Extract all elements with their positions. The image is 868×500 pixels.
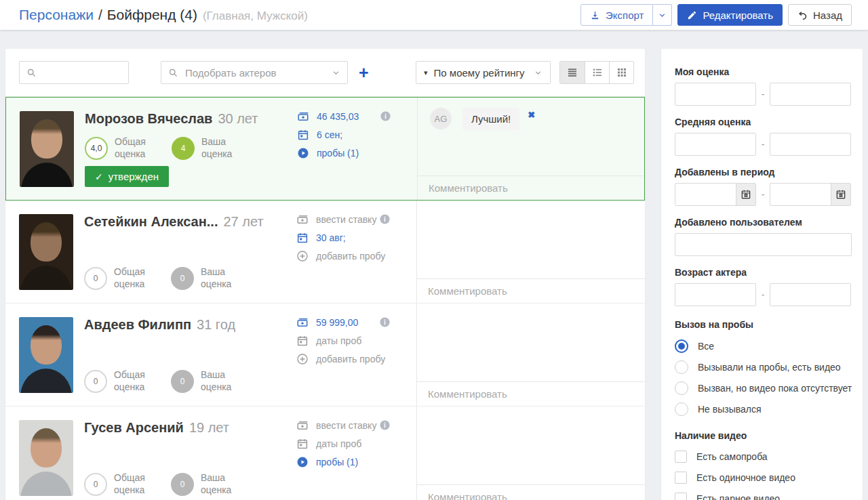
filters-sidebar: Моя оценка - Средняя оценка - Добавлены …: [661, 49, 863, 500]
radio-icon: [675, 402, 688, 416]
add-probe-link[interactable]: добавить пробу: [296, 353, 385, 365]
back-button[interactable]: Назад: [788, 4, 852, 26]
my-rating-value[interactable]: 0: [171, 473, 194, 496]
export-dropdown-button[interactable]: [653, 4, 672, 26]
actor-row[interactable]: Гусев Арсений19 лет 0 Общая оценка 0 Ваш…: [5, 407, 645, 500]
rate-link[interactable]: 46 435,03: [297, 110, 359, 123]
page-title: Бойфренд (4): [107, 7, 197, 23]
checkbox-self-probe[interactable]: Есть самопроба: [675, 451, 852, 463]
comment-input[interactable]: Комментировать: [417, 381, 645, 406]
comment-input[interactable]: Комментировать: [417, 484, 645, 500]
comment-input[interactable]: Комментировать: [418, 175, 644, 200]
actor-photo[interactable]: [19, 317, 73, 393]
export-button[interactable]: Экспорт: [580, 4, 653, 26]
actor-name[interactable]: Сетейкин Алексан...: [84, 214, 218, 229]
view-list-button[interactable]: [585, 62, 609, 83]
actor-photo[interactable]: [19, 420, 73, 496]
sort-direction-icon: ▾: [424, 68, 428, 77]
rate-link[interactable]: 59 999,00: [296, 316, 385, 329]
actor-age-to-input[interactable]: [770, 283, 851, 306]
calendar-icon: [297, 129, 309, 141]
actor-row[interactable]: Авдеев Филипп31 год 0 Общая оценка 0 Ваш…: [5, 304, 645, 407]
my-rating-filter-label: Моя оценка: [675, 66, 852, 77]
actor-age: 19 лет: [189, 420, 229, 435]
checkbox-pair-video[interactable]: Есть парное видео: [675, 493, 852, 500]
my-rating[interactable]: 4 Ваша оценка: [172, 136, 241, 160]
info-icon[interactable]: [380, 110, 391, 122]
actor-age-filter-label: Возраст актера: [675, 267, 852, 278]
calendar-picker-button[interactable]: [831, 184, 850, 205]
view-grid-button[interactable]: [609, 62, 633, 83]
actor-picker-placeholder: Подобрать актеров: [185, 67, 332, 79]
breadcrumb-link-characters[interactable]: Персонажи: [19, 7, 94, 23]
bullet-list-icon: [591, 66, 604, 79]
probe-dates-link[interactable]: даты проб: [296, 438, 376, 450]
probe-dates-link[interactable]: 30 авг;: [296, 232, 385, 244]
probes-link[interactable]: пробы (1): [297, 147, 359, 159]
actor-row[interactable]: Морозов Вячеслав30 лет 4,0 Общая оценка …: [5, 97, 645, 201]
add-actor-button[interactable]: +: [356, 64, 372, 81]
overall-rating: 4,0 Общая оценка: [85, 136, 154, 160]
calendar-icon: [296, 232, 309, 244]
edit-button[interactable]: Редактировать: [677, 4, 783, 26]
delete-comment-icon[interactable]: ✖: [528, 110, 535, 120]
actor-name[interactable]: Авдеев Филипп: [84, 317, 191, 332]
actor-photo[interactable]: [20, 111, 74, 187]
actor-name[interactable]: Морозов Вячеслав: [85, 111, 212, 126]
my-rating-label: Ваша оценка: [201, 136, 241, 160]
comments-column: AG Лучший! ✖ Комментировать: [417, 98, 644, 200]
my-rating-from-input[interactable]: [675, 83, 756, 106]
radio-probe-not-called[interactable]: Не вызывался: [675, 402, 852, 417]
probe-dates-link[interactable]: даты проб: [296, 335, 385, 347]
probes-link[interactable]: пробы (1): [296, 456, 376, 468]
radio-probe-called-no-video[interactable]: Вызван, но видео пока отсутствует: [675, 381, 852, 396]
chevron-down-icon: [658, 11, 667, 20]
rate-link[interactable]: ввести ставку: [296, 419, 376, 432]
my-rating-value[interactable]: 0: [171, 370, 194, 393]
actor-info: Сетейкин Алексан...27 лет 0 Общая оценка…: [84, 214, 279, 290]
comment-input[interactable]: Комментировать: [417, 278, 645, 303]
info-icon[interactable]: [379, 213, 391, 225]
approved-badge[interactable]: ✓ утвержден: [85, 166, 169, 187]
actor-meta: 59 999,00 даты проб добавить пробу: [296, 316, 385, 365]
approved-badge-label: утвержден: [108, 171, 159, 182]
sort-select[interactable]: ▾ По моему рейтингу: [416, 61, 551, 84]
plus-circle-icon: [296, 250, 309, 262]
added-by-input[interactable]: [675, 233, 852, 256]
actor-photo[interactable]: [19, 214, 73, 290]
search-box: [19, 61, 129, 84]
search-input[interactable]: [42, 66, 121, 79]
actor-card: Гусев Арсений19 лет 0 Общая оценка 0 Ваш…: [5, 407, 416, 500]
my-rating-value[interactable]: 0: [171, 267, 194, 290]
add-probe-link[interactable]: добавить пробу: [296, 250, 385, 262]
my-rating[interactable]: 0 Ваша оценка: [171, 472, 240, 496]
search-icon: [168, 68, 178, 78]
probe-dates-link[interactable]: 6 сен;: [297, 129, 359, 141]
view-detailed-button[interactable]: [560, 62, 585, 83]
my-rating[interactable]: 0 Ваша оценка: [171, 369, 240, 393]
period-from-input[interactable]: [675, 184, 736, 206]
checkbox-single-video[interactable]: Есть одиночное видео: [675, 472, 852, 484]
my-rating-to-input[interactable]: [770, 83, 851, 106]
info-icon[interactable]: [379, 316, 391, 328]
radio-probe-all[interactable]: Все: [675, 339, 852, 354]
comments-column: Комментировать: [416, 304, 645, 406]
comment-thread: [417, 304, 645, 381]
period-to-input[interactable]: [770, 184, 831, 206]
radio-probe-called-with-video[interactable]: Вызывали на пробы, есть видео: [675, 360, 852, 375]
my-rating[interactable]: 0 Ваша оценка: [171, 266, 240, 290]
undo-icon: [797, 10, 808, 20]
rate-link[interactable]: ввести ставку: [296, 213, 385, 226]
avg-rating-to-input[interactable]: [770, 133, 851, 156]
actor-row[interactable]: Сетейкин Алексан...27 лет 0 Общая оценка…: [5, 201, 645, 304]
actor-picker-select[interactable]: Подобрать актеров: [161, 61, 348, 84]
my-rating-value[interactable]: 4: [172, 137, 195, 160]
actor-age-from-input[interactable]: [675, 283, 756, 306]
overall-rating: 0 Общая оценка: [84, 266, 153, 290]
chevron-down-icon: [332, 68, 340, 77]
info-icon[interactable]: [379, 419, 391, 431]
avg-rating-from-input[interactable]: [675, 133, 756, 156]
overall-rating-value: 0: [84, 473, 107, 496]
calendar-picker-button[interactable]: [736, 184, 755, 205]
actor-name[interactable]: Гусев Арсений: [84, 420, 184, 435]
